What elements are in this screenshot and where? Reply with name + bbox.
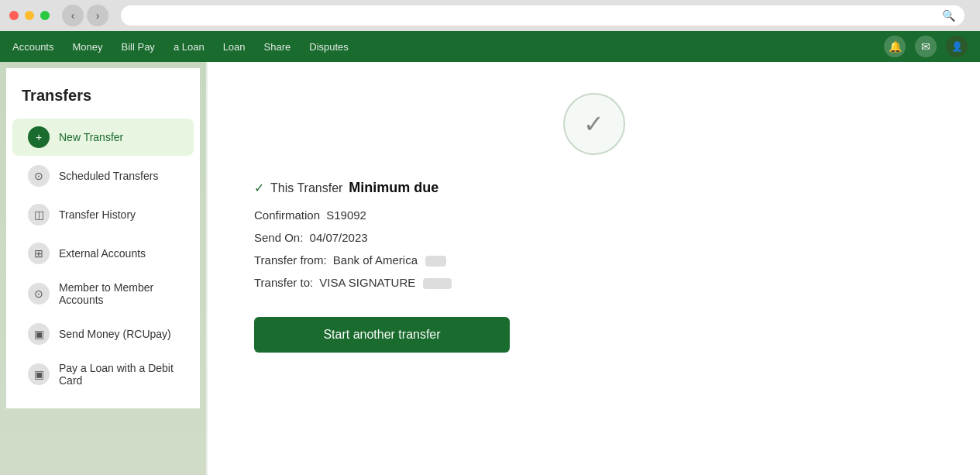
- sidebar-item-send-money[interactable]: ▣ Send Money (RCUpay): [12, 315, 194, 353]
- top-nav-right: 🔔 ✉ 👤: [884, 36, 968, 57]
- confirmation-row: Confirmation S19092: [254, 208, 564, 222]
- transfer-to-blurred: [423, 278, 452, 289]
- transfer-from-blurred: [425, 256, 446, 267]
- send-on-row: Send On: 04/07/2023: [254, 231, 564, 244]
- sidebar-container: Transfers + New Transfer ⊙ Scheduled Tra…: [0, 62, 206, 475]
- nav-accounts[interactable]: Accounts: [12, 41, 53, 53]
- success-check-icon: ✓: [583, 109, 604, 139]
- nav-share[interactable]: Share: [264, 41, 291, 53]
- message-icon[interactable]: ✉: [915, 36, 937, 57]
- sidebar: Transfers + New Transfer ⊙ Scheduled Tra…: [6, 68, 200, 408]
- nav-loan[interactable]: Loan: [223, 41, 246, 53]
- top-nav: Accounts Money Bill Pay a Loan Loan Shar…: [0, 31, 980, 62]
- sidebar-item-external-label: External Accounts: [59, 247, 146, 260]
- nav-buttons: ‹ ›: [62, 5, 108, 26]
- external-accounts-icon: ⊞: [28, 243, 50, 264]
- transfer-from-value: Bank of America: [333, 253, 418, 267]
- transfer-title-row: ✓ This Transfer Minimum due: [254, 180, 564, 196]
- title-bar: ‹ › 🔍: [0, 0, 980, 31]
- success-circle: ✓: [563, 93, 625, 155]
- send-on-label: Send On:: [254, 231, 303, 244]
- content-area: ✓ ✓ This Transfer Minimum due Confirmati…: [208, 62, 980, 475]
- pay-loan-icon: ▣: [28, 363, 50, 385]
- sidebar-item-member-label: Member to Member Accounts: [59, 281, 178, 306]
- sidebar-item-pay-loan[interactable]: ▣ Pay a Loan with a Debit Card: [12, 354, 194, 394]
- transfer-to-row: Transfer to: VISA SIGNATURE: [254, 276, 564, 289]
- nav-a-loan[interactable]: a Loan: [174, 41, 205, 53]
- nav-bill-pay[interactable]: Bill Pay: [122, 41, 155, 53]
- back-button[interactable]: ‹: [62, 5, 84, 26]
- scheduled-transfers-icon: ⊙: [28, 165, 50, 187]
- forward-button[interactable]: ›: [87, 5, 108, 26]
- address-bar[interactable]: 🔍: [121, 5, 965, 26]
- this-transfer-label: This Transfer: [270, 181, 342, 195]
- main-layout: Transfers + New Transfer ⊙ Scheduled Tra…: [0, 62, 980, 475]
- sidebar-item-external-accounts[interactable]: ⊞ External Accounts: [12, 235, 194, 272]
- sidebar-item-scheduled-transfers[interactable]: ⊙ Scheduled Transfers: [12, 157, 194, 194]
- sidebar-item-new-transfer-label: New Transfer: [59, 131, 123, 143]
- check-mark-icon: ✓: [254, 181, 264, 195]
- transfer-from-row: Transfer from: Bank of America: [254, 253, 564, 267]
- notification-icon[interactable]: 🔔: [884, 36, 906, 57]
- sidebar-title: Transfers: [6, 81, 200, 117]
- send-money-icon: ▣: [28, 323, 50, 345]
- user-avatar[interactable]: 👤: [946, 36, 968, 57]
- new-transfer-icon: +: [28, 126, 50, 148]
- sidebar-item-member-to-member[interactable]: ⊙ Member to Member Accounts: [12, 274, 194, 314]
- sidebar-item-pay-loan-label: Pay a Loan with a Debit Card: [59, 362, 178, 387]
- sidebar-item-new-transfer[interactable]: + New Transfer: [12, 119, 194, 156]
- transfer-to-label: Transfer to:: [254, 276, 313, 289]
- confirmation-label: Confirmation: [254, 208, 320, 222]
- transfer-history-icon: ◫: [28, 204, 50, 225]
- nav-money[interactable]: Money: [72, 41, 102, 53]
- sidebar-item-history-label: Transfer History: [59, 208, 136, 221]
- send-on-value: 04/07/2023: [310, 231, 368, 244]
- traffic-light-green[interactable]: [40, 11, 50, 20]
- transfer-amount: Minimum due: [349, 180, 438, 196]
- transfer-from-label: Transfer from:: [254, 253, 327, 267]
- nav-disputes[interactable]: Disputes: [309, 41, 349, 53]
- start-another-transfer-button[interactable]: Start another transfer: [254, 317, 510, 353]
- transfer-to-value: VISA SIGNATURE: [319, 276, 415, 289]
- member-to-member-icon: ⊙: [28, 283, 50, 305]
- sidebar-item-transfer-history[interactable]: ◫ Transfer History: [12, 196, 194, 233]
- sidebar-item-send-money-label: Send Money (RCUpay): [59, 328, 171, 340]
- sidebar-item-scheduled-label: Scheduled Transfers: [59, 170, 158, 182]
- traffic-light-yellow[interactable]: [25, 11, 34, 20]
- search-icon: 🔍: [942, 9, 955, 22]
- transfer-details: ✓ This Transfer Minimum due Confirmation…: [254, 180, 564, 353]
- traffic-light-red[interactable]: [9, 11, 19, 20]
- confirmation-value: S19092: [326, 208, 366, 222]
